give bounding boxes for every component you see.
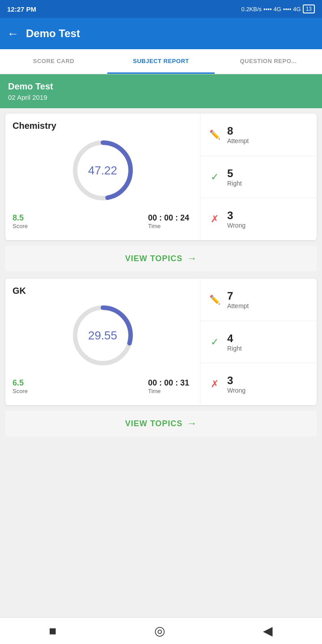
chemistry-attempt-value: 8 xyxy=(227,125,249,137)
gk-name: GK xyxy=(13,286,193,296)
back-button[interactable]: ← xyxy=(7,27,19,41)
carrier-4g2: 4G xyxy=(293,6,301,13)
gk-time: 00 : 00 : 31 Time xyxy=(148,378,189,394)
chemistry-name: Chemistry xyxy=(13,121,193,131)
chemistry-wrong-label: Wrong xyxy=(227,222,246,229)
chemistry-right-value: 5 xyxy=(227,167,242,180)
nav-home-button[interactable]: ◎ xyxy=(154,623,165,638)
gk-left: GK 29.55 6.5 Score 00 : 00 : 31 xyxy=(5,279,200,405)
gk-right: ✏️ 7 Attempt ✓ 4 Right ✗ 3 Wrong xyxy=(200,279,317,405)
chemistry-bottom-stats: 8.5 Score 00 : 00 : 24 Time xyxy=(13,213,193,233)
gk-score-value: 6.5 xyxy=(13,378,28,388)
chemistry-left: Chemistry 47.22 8.5 Score xyxy=(5,114,200,240)
chemistry-score-value: 8.5 xyxy=(13,213,28,223)
gk-donut: 29.55 xyxy=(67,300,139,371)
gk-percentage: 29.55 xyxy=(88,329,117,343)
tab-bar: SCORE CARD SUBJECT REPORT QUESTION REPO.… xyxy=(0,49,322,74)
view-topics-gk-label: VIEW TOPICS xyxy=(125,419,183,428)
cross-icon: ✗ xyxy=(208,212,222,226)
gk-score-label: Score xyxy=(13,388,28,394)
chemistry-circle-container: 47.22 xyxy=(13,135,193,206)
battery-indicator: 13 xyxy=(303,4,315,13)
chemistry-time: 00 : 00 : 24 Time xyxy=(148,213,189,229)
status-bar: 12:27 PM 0.2KB/s ▪▪▪▪ 4G ▪▪▪▪ 4G 13 xyxy=(0,0,322,18)
gk-bottom-stats: 6.5 Score 00 : 00 : 31 Time xyxy=(13,378,193,398)
status-right: 0.2KB/s ▪▪▪▪ 4G ▪▪▪▪ 4G 13 xyxy=(242,4,315,13)
nav-back-button[interactable]: ◀ xyxy=(263,623,273,638)
gk-time-label: Time xyxy=(148,388,189,394)
back-nav-icon: ◀ xyxy=(263,624,273,638)
view-topics-label: VIEW TOPICS xyxy=(125,254,183,263)
gk-time-value: 00 : 00 : 31 xyxy=(148,378,189,388)
gk-wrong-row: ✗ 3 Wrong xyxy=(200,363,317,405)
bottom-navigation: ■ ◎ ◀ xyxy=(0,617,322,644)
tab-subject-report[interactable]: SUBJECT REPORT xyxy=(107,49,215,74)
chemistry-score-label: Score xyxy=(13,223,28,229)
gk-view-topics[interactable]: VIEW TOPICS → xyxy=(5,411,317,436)
gk-right-row: ✓ 4 Right xyxy=(200,321,317,364)
status-time: 12:27 PM xyxy=(7,5,36,13)
test-date: 02 April 2019 xyxy=(8,93,314,101)
gk-right-value: 4 xyxy=(227,332,242,345)
chemistry-wrong-value: 3 xyxy=(227,209,246,222)
gk-attempt-label: Attempt xyxy=(227,302,249,309)
tab-score-card[interactable]: SCORE CARD xyxy=(0,49,107,74)
network-speed: 0.2KB/s xyxy=(242,6,262,13)
chemistry-donut: 47.22 xyxy=(67,135,139,206)
app-header: ← Demo Test xyxy=(0,18,322,49)
gk-attempt-value: 7 xyxy=(227,290,249,302)
page-title: Demo Test xyxy=(26,27,80,40)
chemistry-view-topics[interactable]: VIEW TOPICS → xyxy=(5,246,317,271)
gk-wrong-label: Wrong xyxy=(227,387,246,394)
chemistry-right-label: Right xyxy=(227,180,242,187)
signal-icon: ▪▪▪▪ xyxy=(263,6,271,13)
signal-icon2: ▪▪▪▪ xyxy=(283,6,291,13)
chemistry-attempt-label: Attempt xyxy=(227,137,249,144)
chemistry-percentage: 47.22 xyxy=(88,164,117,178)
gk-circle-container: 29.55 xyxy=(13,300,193,371)
test-title: Demo Test xyxy=(8,81,314,92)
gk-card: GK 29.55 6.5 Score 00 : 00 : 31 xyxy=(5,279,317,405)
chemistry-wrong-row: ✗ 3 Wrong xyxy=(200,198,317,240)
check-icon-gk: ✓ xyxy=(208,335,222,349)
carrier-4g: 4G xyxy=(274,6,281,13)
chemistry-card: Chemistry 47.22 8.5 Score xyxy=(5,114,317,240)
nav-square-button[interactable]: ■ xyxy=(49,624,57,638)
cross-icon-gk: ✗ xyxy=(208,377,222,391)
tab-question-report[interactable]: QUESTION REPO... xyxy=(215,49,322,74)
pencil-icon-gk: ✏️ xyxy=(208,292,222,307)
pencil-icon: ✏️ xyxy=(208,127,222,142)
gk-right-label: Right xyxy=(227,345,242,352)
chemistry-right: ✏️ 8 Attempt ✓ 5 Right ✗ 3 Wrong xyxy=(200,114,317,240)
chemistry-score: 8.5 Score xyxy=(13,213,28,229)
chemistry-attempt-row: ✏️ 8 Attempt xyxy=(200,114,317,156)
check-icon: ✓ xyxy=(208,170,222,184)
gk-wrong-value: 3 xyxy=(227,374,246,387)
chemistry-right-row: ✓ 5 Right xyxy=(200,156,317,199)
gk-attempt-row: ✏️ 7 Attempt xyxy=(200,279,317,321)
test-banner: Demo Test 02 April 2019 xyxy=(0,74,322,108)
chemistry-time-label: Time xyxy=(148,223,189,229)
arrow-right-icon: → xyxy=(187,253,197,264)
gk-score: 6.5 Score xyxy=(13,378,28,394)
arrow-right-icon-gk: → xyxy=(187,418,197,429)
circle-icon: ◎ xyxy=(154,624,165,638)
square-icon: ■ xyxy=(49,624,57,638)
chemistry-time-value: 00 : 00 : 24 xyxy=(148,213,189,223)
